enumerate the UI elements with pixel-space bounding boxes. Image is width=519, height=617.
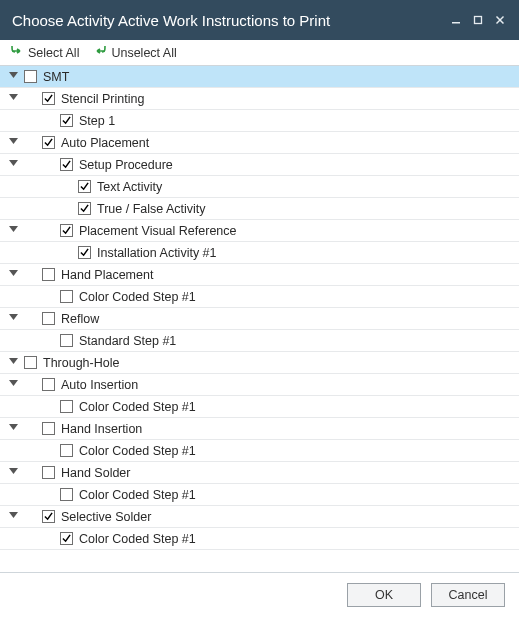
- checkbox[interactable]: [24, 70, 37, 83]
- tree-row[interactable]: Placement Visual Reference: [0, 220, 519, 242]
- expander-icon[interactable]: [6, 422, 20, 436]
- expander-icon[interactable]: [6, 466, 20, 480]
- tree-item-label: Hand Solder: [61, 466, 131, 480]
- tree-item-label: Auto Insertion: [61, 378, 138, 392]
- unselect-all-icon: [93, 45, 107, 60]
- unselect-all-button[interactable]: Unselect All: [93, 45, 176, 60]
- svg-rect-1: [475, 17, 482, 24]
- tree-row[interactable]: Color Coded Step #1: [0, 396, 519, 418]
- checkbox[interactable]: [42, 378, 55, 391]
- svg-marker-4: [9, 72, 18, 78]
- cancel-label: Cancel: [449, 588, 488, 602]
- tree-item-label: Stencil Printing: [61, 92, 144, 106]
- tree-item-label: Color Coded Step #1: [79, 488, 196, 502]
- close-button[interactable]: [489, 9, 511, 31]
- checkbox[interactable]: [60, 224, 73, 237]
- expander-icon[interactable]: [6, 136, 20, 150]
- svg-marker-7: [9, 160, 18, 166]
- checkbox[interactable]: [78, 180, 91, 193]
- checkbox[interactable]: [42, 136, 55, 149]
- tree-row[interactable]: Color Coded Step #1: [0, 528, 519, 550]
- expander-icon[interactable]: [6, 510, 20, 524]
- checkbox[interactable]: [60, 334, 73, 347]
- expander-icon[interactable]: [6, 268, 20, 282]
- unselect-all-label: Unselect All: [111, 46, 176, 60]
- tree-row[interactable]: Reflow: [0, 308, 519, 330]
- tree-row[interactable]: Hand Solder: [0, 462, 519, 484]
- tree-row[interactable]: Step 1: [0, 110, 519, 132]
- tree-row[interactable]: Text Activity: [0, 176, 519, 198]
- tree-row[interactable]: SMT: [0, 66, 519, 88]
- expander-icon[interactable]: [6, 92, 20, 106]
- checkbox[interactable]: [60, 488, 73, 501]
- tree-item-label: SMT: [43, 70, 69, 84]
- tree-row[interactable]: Stencil Printing: [0, 88, 519, 110]
- tree-item-label: Hand Placement: [61, 268, 153, 282]
- tree-row[interactable]: Auto Insertion: [0, 374, 519, 396]
- expander-icon[interactable]: [6, 158, 20, 172]
- checkbox[interactable]: [60, 114, 73, 127]
- svg-marker-9: [9, 270, 18, 276]
- expander-icon[interactable]: [6, 378, 20, 392]
- svg-rect-0: [452, 22, 460, 24]
- svg-marker-15: [9, 512, 18, 518]
- ok-label: OK: [375, 588, 393, 602]
- checkbox[interactable]: [42, 312, 55, 325]
- tree-view[interactable]: SMTStencil PrintingStep 1Auto PlacementS…: [0, 66, 519, 573]
- tree-item-label: Installation Activity #1: [97, 246, 217, 260]
- checkbox[interactable]: [78, 202, 91, 215]
- expander-icon[interactable]: [6, 224, 20, 238]
- checkbox[interactable]: [60, 400, 73, 413]
- checkbox[interactable]: [42, 422, 55, 435]
- tree-item-label: Setup Procedure: [79, 158, 173, 172]
- ok-button[interactable]: OK: [347, 583, 421, 607]
- checkbox[interactable]: [42, 466, 55, 479]
- expander-icon[interactable]: [6, 356, 20, 370]
- svg-marker-12: [9, 380, 18, 386]
- tree-row[interactable]: Hand Insertion: [0, 418, 519, 440]
- minimize-button[interactable]: [445, 9, 467, 31]
- tree-row[interactable]: Auto Placement: [0, 132, 519, 154]
- tree-item-label: Selective Solder: [61, 510, 151, 524]
- tree-item-label: Color Coded Step #1: [79, 400, 196, 414]
- tree-item-label: Color Coded Step #1: [79, 444, 196, 458]
- expander-icon[interactable]: [6, 312, 20, 326]
- checkbox[interactable]: [78, 246, 91, 259]
- select-all-button[interactable]: Select All: [10, 45, 79, 60]
- tree-row[interactable]: Color Coded Step #1: [0, 286, 519, 308]
- tree-item-label: Hand Insertion: [61, 422, 142, 436]
- dialog-window: Choose Activity Active Work Instructions…: [0, 0, 519, 617]
- svg-marker-14: [9, 468, 18, 474]
- tree-row[interactable]: True / False Activity: [0, 198, 519, 220]
- svg-marker-10: [9, 314, 18, 320]
- tree-row[interactable]: Through-Hole: [0, 352, 519, 374]
- toolbar: Select All Unselect All: [0, 40, 519, 66]
- checkbox[interactable]: [42, 510, 55, 523]
- expander-icon[interactable]: [6, 70, 20, 84]
- checkbox[interactable]: [24, 356, 37, 369]
- tree-row[interactable]: Hand Placement: [0, 264, 519, 286]
- tree-row[interactable]: Color Coded Step #1: [0, 484, 519, 506]
- checkbox[interactable]: [60, 532, 73, 545]
- tree-item-label: Through-Hole: [43, 356, 119, 370]
- checkbox[interactable]: [42, 268, 55, 281]
- window-title: Choose Activity Active Work Instructions…: [12, 12, 445, 29]
- tree-item-label: Color Coded Step #1: [79, 532, 196, 546]
- tree-row[interactable]: Standard Step #1: [0, 330, 519, 352]
- checkbox[interactable]: [60, 158, 73, 171]
- svg-marker-5: [9, 94, 18, 100]
- tree-row[interactable]: Setup Procedure: [0, 154, 519, 176]
- maximize-button[interactable]: [467, 9, 489, 31]
- select-all-label: Select All: [28, 46, 79, 60]
- select-all-icon: [10, 45, 24, 60]
- checkbox[interactable]: [60, 444, 73, 457]
- tree-item-label: True / False Activity: [97, 202, 206, 216]
- cancel-button[interactable]: Cancel: [431, 583, 505, 607]
- tree-item-label: Auto Placement: [61, 136, 149, 150]
- checkbox[interactable]: [42, 92, 55, 105]
- checkbox[interactable]: [60, 290, 73, 303]
- tree-row[interactable]: Color Coded Step #1: [0, 440, 519, 462]
- tree-row[interactable]: Installation Activity #1: [0, 242, 519, 264]
- tree-row[interactable]: Selective Solder: [0, 506, 519, 528]
- tree-item-label: Standard Step #1: [79, 334, 176, 348]
